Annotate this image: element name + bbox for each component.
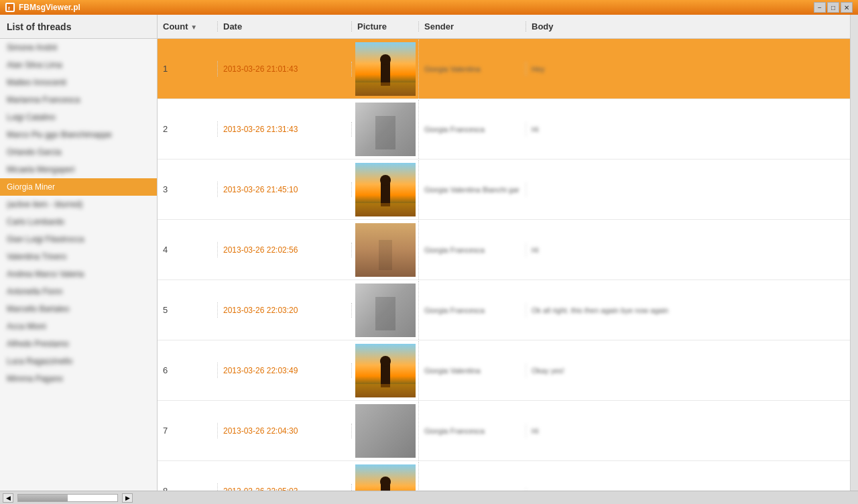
sidebar-item-2[interactable]: Matteo Innocenti [0,74,157,91]
progress-fill [18,495,68,501]
cell-picture-2 [352,160,419,219]
sidebar-item-16[interactable]: Acca Mioni [0,318,157,335]
table-row[interactable]: 12013-03-26 21:01:43Giorgia ValentinaHey [158,39,850,99]
cell-body-7 [526,489,850,491]
sidebar-item-5[interactable]: Marco Piu ggo Bianchimappe [0,126,157,143]
cell-picture-4 [352,281,419,340]
cell-sender-6: Giorgia Francesca [419,424,526,438]
status-next-btn[interactable]: ▶ [122,493,133,503]
sidebar-item-10[interactable]: Carlo Lombardo [0,213,157,231]
cell-count-7: 8 [158,483,218,491]
minimize-button[interactable]: − [814,2,826,13]
table-row[interactable]: 32013-03-26 21:45:10Giorgia Valentina Bi… [158,160,850,220]
cell-picture-6 [352,401,419,460]
cell-count-5: 6 [158,363,218,378]
cell-sender-5: Giorgia Valentina [419,364,526,377]
scrollbar[interactable] [850,15,858,491]
cell-body-0: Hey [526,62,850,76]
cell-date-6: 2013-03-26 22:04:30 [218,424,352,438]
sidebar-item-13[interactable]: Andrea Marco Valeria [0,265,157,283]
title-bar: f FBMsgViewer.pl − □ ✕ [0,0,858,15]
status-progress-bar [17,494,118,502]
cell-body-5: Okay yes! [526,364,850,377]
sidebar-header: List of threads [0,15,157,39]
cell-count-0: 1 [158,61,218,76]
sidebar-item-19[interactable]: Mimma Pagano [0,370,157,387]
cell-sender-7 [419,489,526,491]
sidebar-item-3[interactable]: Marianna Francesca [0,91,157,109]
table-row[interactable]: 62013-03-26 22:03:49Giorgia ValentinaOka… [158,340,850,401]
cell-picture-5 [352,341,419,400]
sidebar-item-11[interactable]: Gian Luigi Filastrocca [0,231,157,248]
cell-date-5: 2013-03-26 22:03:49 [218,363,352,378]
cell-picture-1 [352,100,419,159]
close-button[interactable]: ✕ [841,2,853,13]
header-body: Body [526,21,850,32]
cell-body-4: Ok all right. this then again bye now ag… [526,304,850,317]
table-row[interactable]: 22013-03-26 21:31:43Giorgia FrancescaHi [158,99,850,160]
main-container: List of threads Simone AndréAlan Silva L… [0,15,858,491]
sidebar-item-14[interactable]: Antonella Fionn [0,283,157,300]
svg-text:f: f [8,5,10,11]
maximize-button[interactable]: □ [827,2,839,13]
status-prev-btn[interactable]: ◀ [3,493,13,503]
sort-arrow-count: ▼ [190,23,197,31]
table-body: 12013-03-26 21:01:43Giorgia ValentinaHey… [158,39,850,491]
cell-date-4: 2013-03-26 22:03:20 [218,303,352,318]
cell-date-7: 2013-03-26 22:05:03 [218,484,352,491]
cell-count-3: 4 [158,242,218,257]
cell-sender-4: Giorgia Francesca [419,304,526,317]
sidebar: List of threads Simone AndréAlan Silva L… [0,15,158,491]
cell-body-2 [526,187,850,192]
app-title: FBMsgViewer.pl [19,3,80,12]
cell-date-3: 2013-03-26 22:02:56 [218,243,352,257]
sidebar-item-18[interactable]: Luca Ragazzinello [0,353,157,370]
cell-count-2: 3 [158,182,218,197]
sidebar-item-0[interactable]: Simone André [0,39,157,56]
cell-date-2: 2013-03-26 21:45:10 [218,182,352,197]
sidebar-list: Simone AndréAlan Silva LimaMatteo Innoce… [0,39,157,491]
sidebar-item-12[interactable]: Valentina Trivero [0,248,157,265]
header-picture: Picture [352,21,419,32]
cell-body-3: Hi [526,243,850,257]
sidebar-item-4[interactable]: Luigi Catalino [0,109,157,126]
sidebar-item-1[interactable]: Alan Silva Lima [0,56,157,74]
sidebar-item-9[interactable]: (active item - blurred) [0,196,157,213]
cell-count-1: 2 [158,121,218,137]
cell-picture-3 [352,220,419,279]
table-row[interactable]: 52013-03-26 22:03:20Giorgia FrancescaOk … [158,280,850,340]
cell-sender-0: Giorgia Valentina [419,62,526,76]
status-bar: ◀ ▶ [0,491,858,504]
table-header: Count ▼ Date Picture Sender Body [158,15,850,39]
cell-sender-3: Giorgia Francesca [419,243,526,257]
cell-date-0: 2013-03-26 21:01:43 [218,62,352,76]
app-icon: f [5,3,15,12]
cell-date-1: 2013-03-26 21:31:43 [218,122,352,137]
cell-sender-1: Giorgia Francesca [419,123,526,136]
header-count[interactable]: Count ▼ [158,21,218,32]
content-area: Count ▼ Date Picture Sender Body 12013-0… [158,15,850,491]
cell-count-6: 7 [158,423,218,438]
sidebar-item-15[interactable]: Marcello Bartaleo [0,300,157,318]
sidebar-item-6[interactable]: Orlando Garcia [0,143,157,161]
cell-body-1: Hi [526,123,850,136]
window-controls: − □ ✕ [814,2,853,13]
cell-picture-0 [352,40,419,99]
header-date[interactable]: Date [218,21,352,32]
table-row[interactable]: 72013-03-26 22:04:30Giorgia FrancescaHi [158,401,850,461]
sidebar-item-7[interactable]: Micaela Mengaperi [0,161,157,178]
cell-count-4: 5 [158,302,218,318]
table-row[interactable]: 82013-03-26 22:05:03 [158,461,850,491]
sidebar-item-8[interactable]: Giorgia Miner [0,178,157,196]
sidebar-item-17[interactable]: Alfredo Prestamo [0,335,157,353]
cell-body-6: Hi [526,424,850,438]
cell-picture-7 [352,462,419,491]
header-sender: Sender [419,21,526,32]
table-row[interactable]: 42013-03-26 22:02:56Giorgia FrancescaHi [158,220,850,280]
cell-sender-2: Giorgia Valentina Bianchi gar [419,183,526,196]
